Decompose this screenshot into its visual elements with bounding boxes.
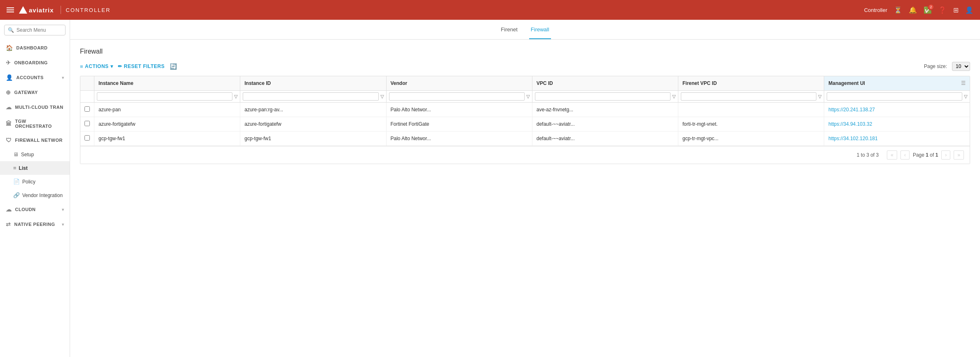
nav-divider: [61, 6, 61, 14]
pagination-bar: 1 to 3 of 3 « ‹ Page 1 of 1 › »: [80, 146, 970, 164]
chevron-down-icon: ▾: [62, 207, 64, 212]
filter-firenet-vpc-id-input[interactable]: [681, 92, 816, 101]
actions-button[interactable]: ≡ ACTIONS ▾: [80, 63, 113, 70]
filter-icon[interactable]: ▽: [380, 94, 384, 99]
chevron-down-icon: ▾: [62, 222, 64, 227]
row-checkbox-cell[interactable]: [80, 132, 94, 146]
aviatrix-logo: aviatrix: [19, 6, 54, 14]
row-checkbox-cell[interactable]: [80, 103, 94, 117]
sidebar-item-firewall[interactable]: 🛡 Firewall Networ: [0, 133, 70, 148]
col-instance-name-label: Instance Name: [98, 80, 134, 86]
actions-label: ACTIONS: [85, 63, 109, 69]
th-instance-name[interactable]: Instance Name: [94, 76, 240, 91]
checkmark-icon[interactable]: ✅ 2: [924, 6, 932, 14]
total-pages: 1: [935, 152, 938, 158]
page-content: Firewall ≡ ACTIONS ▾ ✏ RESET FILTERS 🔄 P…: [70, 40, 980, 357]
col-management-ui-label: Management UI: [828, 80, 865, 86]
refresh-button[interactable]: 🔄: [170, 63, 177, 70]
sidebar-item-accounts[interactable]: 👤 Accounts ▾: [0, 70, 70, 85]
hamburger-menu[interactable]: [7, 7, 14, 12]
dashboard-icon: 🏠: [6, 45, 13, 51]
col-vendor-label: Vendor: [391, 80, 408, 86]
cell-vpc-id: ave-az-fnvnetg...: [532, 103, 678, 117]
filter-icon[interactable]: ▽: [234, 94, 237, 99]
tab-firewall[interactable]: Firewall: [529, 21, 551, 39]
sidebar-item-dashboard[interactable]: 🏠 Dashboard: [0, 40, 70, 55]
sidebar-item-gateway[interactable]: ⊕ Gateway: [0, 85, 70, 100]
reset-filters-button[interactable]: ✏ RESET FILTERS: [118, 63, 164, 69]
row-checkbox[interactable]: [84, 106, 90, 112]
filter-management-ui-input[interactable]: [827, 92, 962, 101]
page-size-label: Page size:: [924, 63, 947, 69]
row-checkbox[interactable]: [84, 121, 90, 126]
sidebar-item-label: Accounts: [16, 75, 44, 80]
filter-vendor-input[interactable]: [389, 92, 525, 101]
row-checkbox-cell[interactable]: [80, 117, 94, 132]
controller-label: Controller: [66, 7, 111, 13]
sidebar-sub-label: List: [19, 165, 28, 171]
page-size-select[interactable]: 10 25 50: [952, 62, 970, 71]
cell-management-ui[interactable]: https://20.241.138.27: [824, 103, 970, 117]
sidebar-sub-policy[interactable]: 📄 Policy: [0, 175, 70, 188]
page-text: Page: [913, 152, 924, 158]
col-menu-icon[interactable]: ☰: [961, 80, 966, 86]
th-vendor[interactable]: Vendor: [386, 76, 532, 91]
filter-icon[interactable]: ▽: [672, 94, 675, 99]
sidebar-item-label: Firewall Networ: [15, 138, 63, 143]
sidebar-item-label: Onboarding: [14, 60, 48, 65]
of-text: of: [930, 152, 935, 158]
cell-instance-name: azure-fortigatefw: [94, 117, 240, 132]
timer-icon[interactable]: ⏳: [894, 6, 902, 14]
pagination-info: 1 to 3 of 3: [857, 152, 879, 158]
sidebar-item-label: Dashboard: [16, 45, 48, 50]
filter-icon[interactable]: ▽: [526, 94, 530, 99]
row-checkbox[interactable]: [84, 135, 90, 141]
cell-management-ui[interactable]: https://34.102.120.181: [824, 132, 970, 146]
cell-instance-name: azure-pan: [94, 103, 240, 117]
th-management-ui[interactable]: Management UI ☰: [824, 76, 970, 91]
sidebar-item-tgw[interactable]: 🏛 TGW Orchestrato: [0, 115, 70, 133]
cell-firenet-vpc-id: gcp-tr-mgt-vpc...: [678, 132, 824, 146]
gateway-icon: ⊕: [6, 89, 11, 96]
page-title: Firewall: [80, 48, 970, 55]
filter-instance-id: ▽: [240, 91, 386, 103]
apps-icon[interactable]: ⊞: [953, 6, 959, 14]
prev-page-button[interactable]: ‹: [900, 150, 910, 160]
toolbar: ≡ ACTIONS ▾ ✏ RESET FILTERS 🔄 Page size:…: [80, 62, 970, 71]
user-icon[interactable]: 👤: [965, 6, 973, 14]
last-page-button[interactable]: »: [954, 150, 964, 160]
peering-icon: ⇄: [6, 221, 11, 228]
firewall-icon: 🛡: [6, 137, 12, 143]
sidebar-item-multicloud[interactable]: ☁ Multi-Cloud Tran: [0, 100, 70, 115]
help-icon[interactable]: ❓: [938, 6, 947, 14]
next-page-button[interactable]: ›: [941, 150, 950, 160]
cell-management-ui[interactable]: https://34.94.103.32: [824, 117, 970, 132]
sidebar-sub-list[interactable]: ≡ List: [0, 161, 70, 175]
sidebar-item-cloudn[interactable]: ☁ CloudN ▾: [0, 202, 70, 217]
list-icon: ≡: [13, 165, 16, 171]
first-page-button[interactable]: «: [887, 150, 897, 160]
col-vpc-id-label: VPC ID: [537, 80, 553, 86]
filter-icon[interactable]: ▽: [818, 94, 821, 99]
sidebar-item-native-peering[interactable]: ⇄ Native Peering ▾: [0, 217, 70, 232]
search-input[interactable]: [16, 27, 62, 33]
th-firenet-vpc-id[interactable]: Firenet VPC ID: [678, 76, 824, 91]
filter-instance-id-input[interactable]: [243, 92, 378, 101]
filter-icon[interactable]: ▽: [964, 94, 967, 99]
filter-instance-name-input[interactable]: [97, 92, 232, 101]
filter-firenet-vpc-id: ▽: [678, 91, 824, 103]
search-box[interactable]: 🔍: [4, 25, 66, 35]
sidebar-sub-setup[interactable]: 🖥 Setup: [0, 148, 70, 161]
topnav-right: Controller ⏳ 🔔 ✅ 2 ❓ ⊞ 👤: [864, 6, 973, 14]
th-vpc-id[interactable]: VPC ID: [532, 76, 678, 91]
tab-firenet[interactable]: Firenet: [499, 21, 519, 39]
cell-firenet-vpc-id: [678, 103, 824, 117]
bell-icon[interactable]: 🔔: [909, 6, 917, 14]
sidebar-item-onboarding[interactable]: ✈ Onboarding: [0, 55, 70, 70]
filter-vpc-id-input[interactable]: [535, 92, 671, 101]
reset-label: RESET FILTERS: [124, 63, 165, 69]
sidebar-sub-vendor-integration[interactable]: 🔗 Vendor Integration: [0, 188, 70, 202]
th-instance-id[interactable]: Instance ID: [240, 76, 386, 91]
brand-name: aviatrix: [29, 7, 54, 14]
cell-vendor: Palo Alto Networ...: [386, 103, 532, 117]
